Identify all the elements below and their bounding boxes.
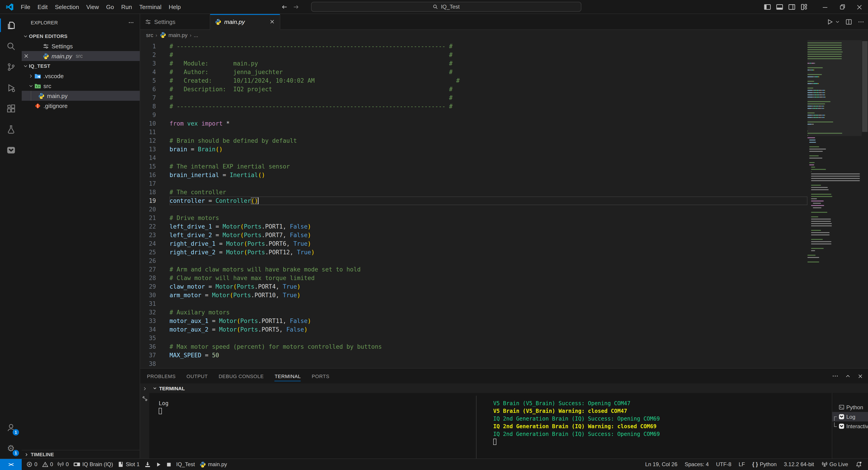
activity-files[interactable]: [0, 15, 22, 36]
breadcrumb-item[interactable]: ...: [194, 32, 198, 38]
code-line[interactable]: [169, 128, 807, 136]
panel-tab-output[interactable]: OUTPUT: [186, 369, 208, 383]
code-line[interactable]: claw_motor = Motor(Ports.PORT4, True): [169, 282, 807, 291]
activity-search[interactable]: [0, 36, 22, 57]
chev-right-button[interactable]: [142, 386, 147, 391]
code-line[interactable]: # Created: 10/11/2024, 10:40:02 AM #: [169, 76, 807, 85]
split-editor-button[interactable]: [845, 19, 852, 25]
code-line[interactable]: brain_inertial = Inertial(): [169, 171, 807, 179]
vex-connect-button[interactable]: [142, 396, 148, 402]
code-line[interactable]: # The internal EXP inertial sensor: [169, 162, 807, 171]
code-line[interactable]: motor_aux_1 = Motor(Ports.PORT11, False): [169, 317, 807, 325]
code-line[interactable]: # Arm and claw motors will have brake mo…: [169, 265, 807, 274]
tab-main-py[interactable]: main.py: [210, 14, 280, 30]
ellipsis-button[interactable]: [832, 373, 839, 379]
status-0[interactable]: 0: [39, 462, 55, 468]
close-icon[interactable]: [23, 53, 29, 59]
code-line[interactable]: [169, 111, 807, 119]
menu-help[interactable]: Help: [165, 2, 184, 11]
code-line[interactable]: [169, 300, 807, 308]
code-line[interactable]: # --------------------------------------…: [169, 102, 807, 111]
code-line[interactable]: MAX_SPEED = 50: [169, 351, 807, 360]
close-editor-button[interactable]: [22, 53, 31, 59]
tree-item-gitignore[interactable]: .gitignore: [22, 101, 140, 111]
code-line[interactable]: [169, 154, 807, 162]
restore-button[interactable]: [834, 0, 851, 14]
code-line[interactable]: [169, 257, 807, 265]
code-line[interactable]: [169, 205, 807, 214]
close-button[interactable]: [857, 373, 864, 379]
remote-indicator[interactable]: ><: [0, 459, 22, 470]
close-tab-button[interactable]: [269, 19, 275, 25]
code-line[interactable]: brain = Brain(): [169, 145, 807, 154]
tree-item-main.py[interactable]: main.py: [22, 91, 140, 101]
terminal-list-item-python[interactable]: Python: [832, 402, 868, 412]
code-line[interactable]: # Author: jenna_juechter #: [169, 68, 807, 76]
activity-source-control[interactable]: [0, 57, 22, 77]
status-play[interactable]: [153, 462, 164, 468]
code-line[interactable]: [169, 334, 807, 342]
code-line[interactable]: right_drive_2 = Motor(Ports.PORT12, True…: [169, 248, 807, 257]
status-python[interactable]: { }Python: [750, 462, 779, 468]
menu-edit[interactable]: Edit: [34, 2, 51, 11]
timeline-section[interactable]: TIMELINE: [22, 450, 140, 459]
menu-terminal[interactable]: Terminal: [135, 2, 165, 11]
tree-item-src[interactable]: src: [22, 81, 140, 91]
open-editor-settings[interactable]: Settings: [22, 41, 140, 51]
terminal-list-item-interactiv[interactable]: Interactiv...: [832, 422, 868, 431]
activity-account[interactable]: 1: [0, 417, 22, 438]
section-open-editors[interactable]: OPEN EDITORS: [22, 31, 140, 41]
code-line[interactable]: [169, 179, 807, 188]
breadcrumb-item[interactable]: src: [146, 32, 153, 38]
activity-beaker[interactable]: [0, 119, 22, 140]
tab-settings[interactable]: Settings: [140, 14, 210, 29]
code-line[interactable]: # #: [169, 94, 807, 102]
menu-run[interactable]: Run: [118, 2, 135, 11]
code-line[interactable]: # Claw motor will have max torque limite…: [169, 274, 807, 282]
status-ln-19-col-26[interactable]: Ln 19, Col 26: [643, 462, 680, 468]
layout-sidebar-left-button[interactable]: [761, 0, 774, 14]
minimap[interactable]: [807, 40, 862, 368]
terminal-pane-log[interactable]: Log: [149, 393, 476, 459]
code-line[interactable]: right_drive_1 = Motor(Ports.PORT6, True): [169, 239, 807, 248]
code-line[interactable]: # Description: IQ2 project #: [169, 85, 807, 94]
minimap-slider[interactable]: [807, 40, 862, 136]
status-utf-8[interactable]: UTF-8: [714, 462, 734, 468]
chevron-down-icon[interactable]: [152, 386, 157, 391]
code-line[interactable]: [169, 360, 807, 368]
code-line[interactable]: # Brain should be defined by default: [169, 136, 807, 145]
status-0[interactable]: 0: [55, 462, 71, 468]
menu-go[interactable]: Go: [103, 2, 118, 11]
menu-selection[interactable]: Selection: [51, 2, 83, 11]
explorer-more-icon[interactable]: [128, 20, 134, 26]
code-line[interactable]: left_drive_1 = Motor(Ports.PORT1, False): [169, 222, 807, 231]
breadcrumb-item[interactable]: main.py: [168, 32, 187, 38]
code-line[interactable]: # --------------------------------------…: [169, 42, 807, 51]
status-go-live[interactable]: Go Live: [819, 462, 850, 468]
command-center[interactable]: IQ_Test: [311, 2, 581, 12]
status-bell[interactable]: [853, 461, 864, 468]
menu-file[interactable]: File: [17, 2, 34, 11]
run-button[interactable]: [827, 19, 833, 25]
code-line[interactable]: # Max motor speed (percent) for motors c…: [169, 342, 807, 351]
tree-item-vscode[interactable]: .vscode: [22, 71, 140, 81]
ellipsis-button[interactable]: [858, 19, 864, 25]
panel-tab-problems[interactable]: PROBLEMS: [147, 369, 176, 383]
activity-run-debug[interactable]: [0, 77, 22, 98]
scrollbar-thumb[interactable]: [862, 41, 868, 132]
open-editor-main.py[interactable]: main.pysrc: [22, 51, 140, 61]
editor-scrollbar[interactable]: [862, 40, 868, 368]
terminal-pane-output[interactable]: V5 Brain (V5_Brain) Success: Opening COM…: [476, 393, 832, 459]
code-line[interactable]: # Drive motors: [169, 214, 807, 222]
panel-tab-terminal[interactable]: TERMINAL: [275, 369, 301, 383]
status-slot-1[interactable]: Slot 1: [115, 462, 142, 468]
status-3-12-2-64-bit[interactable]: 3.12.2 64-bit: [782, 462, 816, 468]
code-editor[interactable]: 1234567891011121314151617181920212223242…: [140, 40, 868, 368]
chev-down-button[interactable]: [835, 20, 840, 24]
status-download[interactable]: [142, 461, 153, 468]
section-workspace[interactable]: IQ_TEST: [22, 61, 140, 71]
status-iq_test[interactable]: IQ_Test: [174, 462, 197, 468]
nav-back-icon[interactable]: [281, 4, 288, 10]
code-line[interactable]: # Auxilary motors: [169, 308, 807, 317]
activity-vex[interactable]: [0, 140, 22, 160]
